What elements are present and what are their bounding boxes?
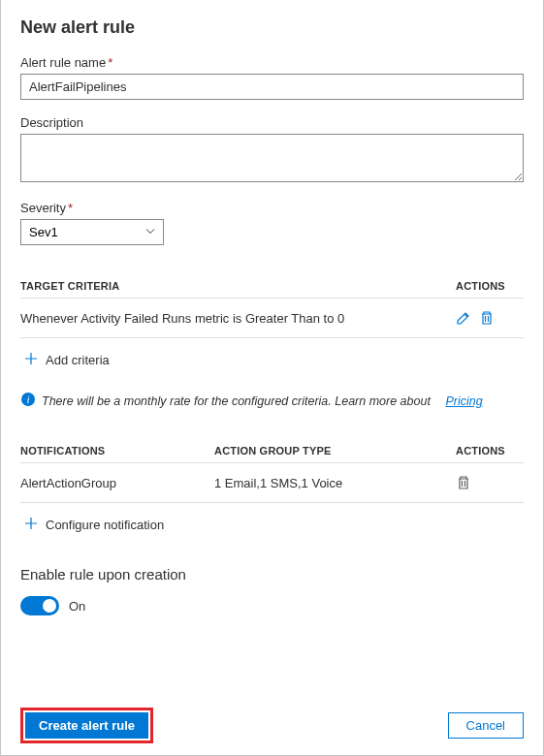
- toggle-state-text: On: [69, 599, 85, 614]
- enable-rule-toggle[interactable]: [20, 596, 59, 615]
- plus-icon: [24, 517, 38, 533]
- notifications-header: NOTIFICATIONS: [20, 445, 214, 457]
- pricing-info: i There will be a monthly rate for the c…: [20, 392, 524, 410]
- required-asterisk: *: [108, 55, 112, 70]
- criteria-row: Whenever Activity Failed Runs metric is …: [20, 299, 524, 338]
- notification-name: AlertActionGroup: [20, 476, 214, 490]
- create-alert-rule-button[interactable]: Create alert rule: [25, 712, 148, 739]
- configure-notification-label: Configure notification: [46, 518, 164, 532]
- required-asterisk: *: [68, 201, 73, 215]
- name-label: Alert rule name*: [20, 55, 524, 70]
- description-label: Description: [20, 115, 524, 130]
- edit-icon[interactable]: [456, 310, 471, 326]
- severity-select[interactable]: [20, 219, 164, 245]
- criteria-actions-header: ACTIONS: [456, 280, 524, 292]
- enable-rule-label: Enable rule upon creation: [20, 566, 524, 583]
- notification-type: 1 Email,1 SMS,1 Voice: [214, 476, 456, 490]
- delete-icon[interactable]: [479, 310, 495, 326]
- add-criteria-label: Add criteria: [46, 353, 110, 367]
- panel-title: New alert rule: [20, 17, 524, 38]
- svg-text:i: i: [26, 394, 29, 405]
- plus-icon: [24, 352, 38, 368]
- name-label-text: Alert rule name: [20, 55, 106, 70]
- cancel-button[interactable]: Cancel: [448, 712, 524, 739]
- description-input[interactable]: [20, 134, 524, 182]
- name-input[interactable]: [20, 74, 524, 100]
- pricing-info-text: There will be a monthly rate for the con…: [42, 394, 431, 408]
- severity-label-text: Severity: [20, 201, 66, 215]
- severity-label: Severity*: [20, 201, 524, 215]
- criteria-header: TARGET CRITERIA: [20, 280, 456, 292]
- pricing-link[interactable]: Pricing: [445, 394, 482, 408]
- notification-row: AlertActionGroup 1 Email,1 SMS,1 Voice: [20, 463, 524, 503]
- configure-notification-button[interactable]: Configure notification: [20, 503, 524, 539]
- criteria-text: Whenever Activity Failed Runs metric is …: [20, 311, 456, 326]
- add-criteria-button[interactable]: Add criteria: [20, 338, 524, 374]
- create-button-highlight: Create alert rule: [20, 708, 153, 743]
- action-group-type-header: ACTION GROUP TYPE: [214, 445, 456, 457]
- delete-icon[interactable]: [456, 475, 471, 490]
- info-icon: i: [20, 392, 36, 410]
- notifications-actions-header: ACTIONS: [456, 445, 524, 457]
